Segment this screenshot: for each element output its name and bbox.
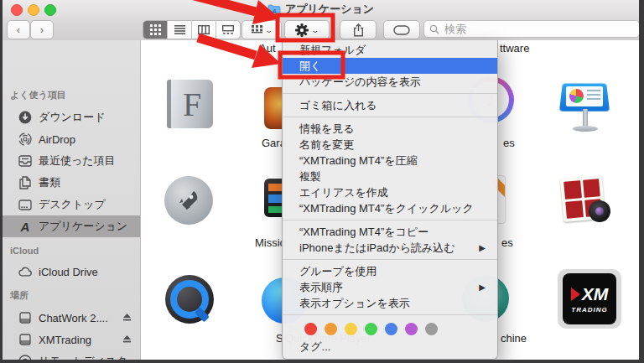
eject-icon[interactable] bbox=[122, 312, 132, 324]
window-title: A アプリケーション bbox=[3, 2, 639, 18]
applications-icon: A bbox=[18, 220, 33, 233]
menu-item-sort-by[interactable]: 表示順序▶ bbox=[283, 279, 497, 295]
search-input[interactable] bbox=[443, 22, 614, 36]
search-field[interactable] bbox=[423, 20, 639, 38]
sidebar-item-icloud-drive[interactable]: iCloud Drive bbox=[3, 261, 140, 283]
coverflow-view-button[interactable] bbox=[216, 21, 240, 39]
menu-separator bbox=[283, 216, 497, 224]
download-circle-icon bbox=[18, 111, 33, 124]
applications-folder-icon: A bbox=[267, 4, 281, 18]
sidebar-item-chatwork-disk[interactable]: ChatWork 2.... bbox=[3, 307, 140, 329]
sidebar-item-applications[interactable]: A アプリケーション bbox=[3, 215, 140, 237]
external-disk-icon bbox=[18, 312, 33, 324]
garageband-app-icon[interactable] bbox=[264, 87, 282, 129]
recents-icon bbox=[18, 155, 33, 167]
photo-booth-app-icon[interactable] bbox=[558, 175, 612, 226]
chevron-down-icon: ⌄ bbox=[311, 26, 320, 34]
action-context-menu: 新規フォルダ 開く パッケージの内容を表示 ゴミ箱に入れる 情報を見る 名前を変… bbox=[282, 40, 498, 360]
sidebar-section-icloud: iCloud bbox=[10, 246, 39, 256]
sidebar-item-documents[interactable]: 書類 bbox=[3, 172, 140, 194]
menu-item-rename[interactable]: 名前を変更 bbox=[283, 137, 497, 153]
tag-purple[interactable] bbox=[405, 323, 418, 335]
forward-button[interactable]: › bbox=[30, 20, 54, 39]
submenu-arrow-icon: ▶ bbox=[479, 279, 486, 295]
xm-red-arrow-icon bbox=[571, 288, 580, 301]
share-button[interactable] bbox=[340, 20, 377, 39]
sidebar-item-remote-disc[interactable]: リモートディスク bbox=[3, 350, 140, 360]
screenshot: A アプリケーション ‹ › bbox=[0, 0, 644, 363]
menu-item-move-to-trash[interactable]: ゴミ箱に入れる bbox=[283, 97, 497, 113]
menu-item-quick-look[interactable]: “XMTrading MT4”をクイックルック bbox=[283, 200, 497, 216]
svg-text:A: A bbox=[271, 8, 277, 15]
tag-color-row bbox=[283, 319, 497, 339]
eject-icon[interactable] bbox=[122, 334, 132, 346]
menu-item-get-info[interactable]: 情報を見る bbox=[283, 121, 497, 137]
keynote-app-icon[interactable] bbox=[559, 77, 611, 131]
list-view-button[interactable] bbox=[168, 21, 192, 39]
menu-item-copy[interactable]: “XMTrading MT4”をコピー bbox=[283, 224, 497, 240]
mission-control-app-icon[interactable] bbox=[264, 179, 282, 217]
menu-separator bbox=[283, 90, 497, 97]
menu-item-import-from-iphone[interactable]: iPhoneまたはiPadから読み込む▶ bbox=[283, 240, 497, 256]
sidebar: よく使う項目 ダウンロード AirDrop 最近使った項目 書類 デスクトップ bbox=[3, 40, 141, 360]
back-button[interactable]: ‹ bbox=[7, 20, 30, 39]
toolbar: ‹ › ⌄ bbox=[3, 17, 639, 41]
tag-gray[interactable] bbox=[425, 323, 438, 335]
launchpad-app-icon[interactable] bbox=[164, 176, 213, 225]
gear-icon bbox=[295, 23, 309, 37]
icon-view-button[interactable] bbox=[143, 21, 168, 39]
sidebar-item-recents[interactable]: 最近使った項目 bbox=[3, 150, 140, 172]
tag-yellow[interactable] bbox=[345, 323, 357, 335]
title-bar[interactable]: A アプリケーション bbox=[3, 0, 639, 17]
q-logo-icon bbox=[170, 280, 209, 319]
menu-separator bbox=[283, 256, 497, 263]
menu-item-open[interactable]: 開く bbox=[283, 58, 497, 74]
tag-blue[interactable] bbox=[385, 323, 397, 335]
pie-chart-icon bbox=[569, 89, 584, 103]
app-label-time-machine-partial[interactable]: chine bbox=[501, 332, 527, 345]
view-switcher bbox=[143, 20, 241, 39]
tag-icon bbox=[393, 25, 410, 35]
airdrop-icon bbox=[18, 132, 33, 146]
search-icon bbox=[429, 24, 439, 34]
rocket-icon bbox=[176, 188, 201, 213]
app-label-itunes-partial[interactable]: es bbox=[503, 137, 515, 149]
sidebar-item-desktop[interactable]: デスクトップ bbox=[3, 194, 140, 215]
tags-button[interactable] bbox=[383, 20, 420, 39]
external-disk-icon bbox=[18, 334, 33, 345]
icloud-icon bbox=[18, 267, 33, 277]
menu-item-new-folder[interactable]: 新規フォルダ bbox=[283, 42, 497, 58]
menu-separator bbox=[283, 113, 497, 121]
sidebar-section-favorites: よく使う項目 bbox=[10, 89, 66, 101]
group-by-button[interactable]: ⌄ bbox=[242, 20, 282, 39]
tag-red[interactable] bbox=[304, 323, 317, 335]
menu-item-tags[interactable]: タグ... bbox=[283, 339, 497, 355]
sidebar-item-xmtrading-disk[interactable]: XMTrading bbox=[3, 329, 140, 350]
sidebar-item-downloads[interactable]: ダウンロード bbox=[3, 106, 140, 128]
sidebar-section-locations: 場所 bbox=[10, 289, 29, 302]
menu-item-show-view-options[interactable]: 表示オプションを表示 bbox=[283, 295, 497, 311]
menu-separator bbox=[283, 311, 497, 319]
app-label-ttware-partial[interactable]: ttware bbox=[500, 42, 529, 54]
camera-lens-icon bbox=[589, 200, 610, 222]
menu-item-show-package-contents[interactable]: パッケージの内容を表示 bbox=[283, 74, 497, 90]
tag-orange[interactable] bbox=[325, 323, 337, 335]
column-view-button[interactable] bbox=[192, 21, 216, 39]
tag-green[interactable] bbox=[365, 323, 377, 335]
menu-item-compress[interactable]: “XMTrading MT4”を圧縮 bbox=[283, 153, 497, 169]
chevron-down-icon: ⌄ bbox=[264, 26, 273, 34]
submenu-arrow-icon: ▶ bbox=[479, 240, 486, 256]
menu-item-use-groups[interactable]: グループを使用 bbox=[283, 263, 497, 279]
share-icon bbox=[353, 23, 364, 37]
font-book-app-icon[interactable]: F bbox=[167, 80, 213, 128]
app-label-pages-partial[interactable]: es bbox=[501, 236, 513, 249]
svg-text:A: A bbox=[20, 220, 30, 233]
sidebar-item-airdrop[interactable]: AirDrop bbox=[3, 128, 140, 150]
quicktime-app-icon[interactable] bbox=[165, 275, 214, 324]
menu-item-make-alias[interactable]: エイリアスを作成 bbox=[283, 184, 497, 200]
action-gear-button[interactable]: ⌄ bbox=[284, 20, 330, 39]
app-label-automator-partial[interactable]: Aut bbox=[259, 42, 276, 54]
menu-item-duplicate[interactable]: 複製 bbox=[283, 169, 497, 184]
xmtrading-mt4-app-icon[interactable]: XM TRADING bbox=[563, 273, 616, 324]
desktop-icon bbox=[18, 200, 33, 210]
